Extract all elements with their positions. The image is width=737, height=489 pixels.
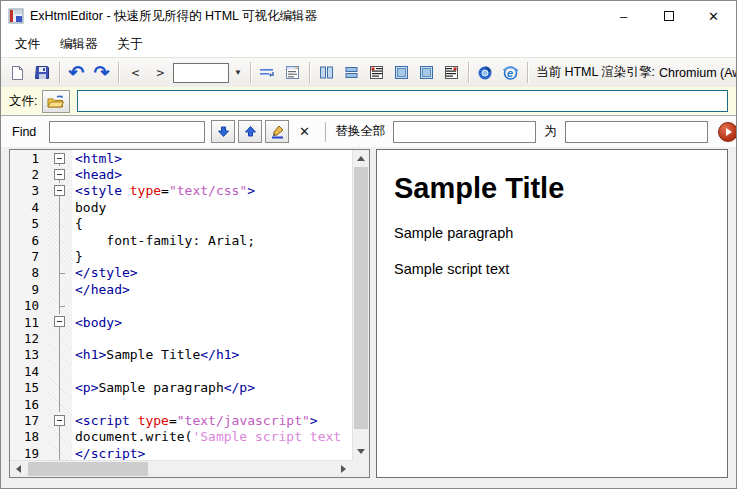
code-line[interactable]: 1<html> bbox=[10, 150, 352, 166]
find-input[interactable] bbox=[49, 121, 205, 143]
redo-button[interactable]: ↷ bbox=[89, 61, 114, 85]
code-line[interactable]: 12 bbox=[10, 330, 352, 346]
minimize-button[interactable]: – bbox=[601, 1, 646, 31]
nav-back-button[interactable]: < bbox=[123, 61, 148, 85]
file-path-input[interactable] bbox=[77, 90, 728, 112]
line-number: 9 bbox=[10, 281, 48, 297]
code-text[interactable]: <html> bbox=[72, 151, 352, 166]
code-line[interactable]: 3<style type="text/css"> bbox=[10, 183, 352, 199]
highlight-all-button[interactable] bbox=[265, 120, 289, 143]
code-line[interactable]: 13<h1>Sample Title</h1> bbox=[10, 347, 352, 363]
scroll-right-arrow[interactable] bbox=[335, 461, 352, 477]
code-line[interactable]: 14 bbox=[10, 363, 352, 379]
editor-horizontal-scrollbar[interactable] bbox=[10, 460, 352, 477]
view-code-right-button[interactable] bbox=[439, 61, 464, 85]
nav-forward-button[interactable]: > bbox=[148, 61, 173, 85]
line-number: 10 bbox=[10, 298, 48, 314]
code-text[interactable]: </style> bbox=[72, 265, 352, 280]
toolbar-separator bbox=[250, 62, 251, 83]
open-file-button[interactable] bbox=[42, 90, 70, 113]
code-text[interactable]: <p>Sample paragraph</p> bbox=[72, 380, 352, 395]
replace-search-input[interactable] bbox=[393, 121, 536, 143]
code-text[interactable]: document.write('Sample script text bbox=[72, 429, 352, 444]
line-number: 14 bbox=[10, 363, 48, 379]
undo-button[interactable]: ↶ bbox=[64, 61, 89, 85]
word-wrap-icon bbox=[259, 66, 275, 80]
code-text[interactable]: body bbox=[72, 200, 352, 215]
view-code-left-button[interactable] bbox=[364, 61, 389, 85]
fold-margin bbox=[48, 330, 72, 346]
line-number: 7 bbox=[10, 248, 48, 264]
ie-engine-button[interactable]: e bbox=[498, 61, 523, 85]
find-next-button[interactable] bbox=[211, 120, 235, 143]
code-line[interactable]: 2<head> bbox=[10, 166, 352, 182]
close-button[interactable]: ✕ bbox=[691, 1, 736, 31]
preview-pane-icon bbox=[419, 65, 434, 80]
menu-about[interactable]: 关于 bbox=[108, 32, 153, 57]
fold-margin bbox=[48, 232, 72, 248]
scroll-left-arrow[interactable] bbox=[10, 461, 27, 477]
fold-margin[interactable] bbox=[48, 183, 72, 199]
toolbar-combobox[interactable] bbox=[173, 63, 229, 83]
save-button[interactable] bbox=[30, 61, 55, 85]
code-text[interactable]: <script type="text/javascript"> bbox=[72, 413, 352, 428]
format-source-button[interactable] bbox=[280, 61, 305, 85]
code-line[interactable]: 19</script> bbox=[10, 445, 352, 460]
maximize-button[interactable] bbox=[646, 1, 691, 31]
combobox-dropdown-icon[interactable]: ▼ bbox=[229, 68, 246, 77]
fold-margin[interactable] bbox=[48, 314, 72, 330]
code-text[interactable]: <body> bbox=[72, 315, 352, 330]
run-replace-button[interactable] bbox=[718, 122, 737, 142]
close-find-button[interactable]: ✕ bbox=[292, 120, 316, 143]
code-lines[interactable]: 1<html>2<head>3<style type="text/css">4b… bbox=[10, 150, 352, 460]
code-line[interactable]: 10 bbox=[10, 298, 352, 314]
horizontal-scroll-thumb[interactable] bbox=[28, 462, 148, 476]
find-label: Find bbox=[12, 125, 36, 139]
code-line[interactable]: 5{ bbox=[10, 216, 352, 232]
replace-with-input[interactable] bbox=[565, 121, 708, 143]
code-text[interactable]: <h1>Sample Title</h1> bbox=[72, 347, 352, 362]
code-line[interactable]: 16 bbox=[10, 396, 352, 412]
code-text[interactable]: { bbox=[72, 216, 352, 231]
internet-explorer-icon: e bbox=[502, 65, 519, 81]
line-number: 12 bbox=[10, 330, 48, 346]
menu-file[interactable]: 文件 bbox=[5, 32, 50, 57]
code-line[interactable]: 9</head> bbox=[10, 281, 352, 297]
code-line[interactable]: 11<body> bbox=[10, 314, 352, 330]
view-preview-left-button[interactable] bbox=[414, 61, 439, 85]
scroll-up-arrow[interactable] bbox=[353, 150, 369, 167]
svg-text:e: e bbox=[507, 67, 513, 79]
app-icon bbox=[8, 8, 24, 24]
code-text[interactable]: font-family: Arial; bbox=[72, 233, 352, 248]
code-line[interactable]: 17<script type="text/javascript"> bbox=[10, 412, 352, 428]
code-text[interactable]: } bbox=[72, 249, 352, 264]
code-line[interactable]: 6 font-family: Arial; bbox=[10, 232, 352, 248]
scroll-down-arrow[interactable] bbox=[353, 443, 369, 460]
new-file-button[interactable] bbox=[5, 61, 30, 85]
code-line[interactable]: 15<p>Sample paragraph</p> bbox=[10, 379, 352, 395]
fold-margin[interactable] bbox=[48, 166, 72, 182]
vertical-scroll-thumb[interactable] bbox=[354, 167, 368, 429]
code-line[interactable]: 4body bbox=[10, 199, 352, 215]
code-line[interactable]: 7} bbox=[10, 248, 352, 264]
word-wrap-button[interactable] bbox=[255, 61, 280, 85]
code-text[interactable]: <head> bbox=[72, 167, 352, 182]
fold-margin[interactable] bbox=[48, 150, 72, 166]
fold-margin[interactable] bbox=[48, 412, 72, 428]
code-line[interactable]: 8</style> bbox=[10, 265, 352, 281]
chromium-engine-button[interactable] bbox=[473, 61, 498, 85]
preview-script-text: Sample script text bbox=[394, 261, 710, 277]
code-editor-pane[interactable]: 1<html>2<head>3<style type="text/css">4b… bbox=[9, 149, 370, 478]
menu-editor[interactable]: 编辑器 bbox=[50, 32, 108, 57]
split-vertical-button[interactable] bbox=[314, 61, 339, 85]
line-number: 2 bbox=[10, 166, 48, 182]
find-previous-button[interactable] bbox=[238, 120, 262, 143]
split-horizontal-icon bbox=[344, 65, 359, 80]
code-text[interactable]: </script> bbox=[72, 446, 352, 460]
split-horizontal-button[interactable] bbox=[339, 61, 364, 85]
editor-vertical-scrollbar[interactable] bbox=[352, 150, 369, 460]
view-preview-button[interactable] bbox=[389, 61, 414, 85]
code-text[interactable]: </head> bbox=[72, 282, 352, 297]
code-line[interactable]: 18document.write('Sample script text bbox=[10, 429, 352, 445]
code-text[interactable]: <style type="text/css"> bbox=[72, 183, 352, 198]
